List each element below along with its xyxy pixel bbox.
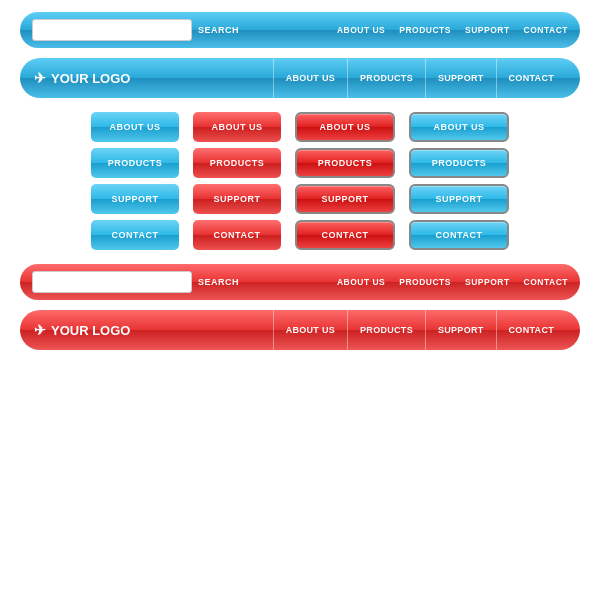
- search-area-2: SEARCH: [32, 271, 239, 293]
- search-label-1: SEARCH: [198, 25, 239, 35]
- search-input-1[interactable]: [32, 19, 192, 41]
- nav-link-support-2[interactable]: SUPPORT: [465, 277, 510, 287]
- nav-links-1: ABOUT US PRODUCTS SUPPORT CONTACT: [337, 25, 568, 35]
- col-bordered-red: ABOUT US PRODUCTS SUPPORT CONTACT: [295, 112, 395, 250]
- btn-bordered-red-about[interactable]: ABOUT US: [295, 112, 395, 142]
- nav-link-about-1[interactable]: ABOUT US: [337, 25, 385, 35]
- nav-link-products-1[interactable]: PRODUCTS: [399, 25, 451, 35]
- logo-1: ✈ YOUR LOGO: [34, 70, 130, 86]
- search-label-2: SEARCH: [198, 277, 239, 287]
- logo-text-1: YOUR LOGO: [51, 71, 130, 86]
- btn-flat-blue-contact[interactable]: CONTACT: [91, 220, 179, 250]
- btn-bordered-blue-products[interactable]: PRODUCTS: [409, 148, 509, 178]
- btn-flat-blue-about[interactable]: ABOUT US: [91, 112, 179, 142]
- logo-nav-links-2: ABOUT US PRODUCTS SUPPORT CONTACT: [273, 310, 566, 350]
- logo-nav-links-1: ABOUT US PRODUCTS SUPPORT CONTACT: [273, 58, 566, 98]
- btn-flat-red-support[interactable]: SUPPORT: [193, 184, 281, 214]
- btn-flat-red-contact[interactable]: CONTACT: [193, 220, 281, 250]
- btn-bordered-red-contact[interactable]: CONTACT: [295, 220, 395, 250]
- col-flat-blue: ABOUT US PRODUCTS SUPPORT CONTACT: [91, 112, 179, 250]
- nav-link-contact-1[interactable]: CONTACT: [524, 25, 568, 35]
- col-bordered-blue: ABOUT US PRODUCTS SUPPORT CONTACT: [409, 112, 509, 250]
- nav-link-support-1[interactable]: SUPPORT: [465, 25, 510, 35]
- search-input-2[interactable]: [32, 271, 192, 293]
- btn-flat-blue-products[interactable]: PRODUCTS: [91, 148, 179, 178]
- blue-search-nav: SEARCH ABOUT US PRODUCTS SUPPORT CONTACT: [20, 12, 580, 48]
- logo-nav-support-1[interactable]: SUPPORT: [425, 58, 496, 98]
- logo-nav-support-2[interactable]: SUPPORT: [425, 310, 496, 350]
- logo-nav-about-1[interactable]: ABOUT US: [273, 58, 347, 98]
- logo-icon-2: ✈: [34, 322, 46, 338]
- button-grid-section: ABOUT US PRODUCTS SUPPORT CONTACT ABOUT …: [20, 108, 580, 254]
- logo-text-2: YOUR LOGO: [51, 323, 130, 338]
- logo-nav-products-2[interactable]: PRODUCTS: [347, 310, 425, 350]
- btn-flat-blue-support[interactable]: SUPPORT: [91, 184, 179, 214]
- nav-link-about-2[interactable]: ABOUT US: [337, 277, 385, 287]
- btn-bordered-blue-support[interactable]: SUPPORT: [409, 184, 509, 214]
- logo-2: ✈ YOUR LOGO: [34, 322, 130, 338]
- logo-nav-products-1[interactable]: PRODUCTS: [347, 58, 425, 98]
- nav-link-contact-2[interactable]: CONTACT: [524, 277, 568, 287]
- logo-nav-contact-2[interactable]: CONTACT: [496, 310, 566, 350]
- nav-link-products-2[interactable]: PRODUCTS: [399, 277, 451, 287]
- btn-bordered-blue-about[interactable]: ABOUT US: [409, 112, 509, 142]
- logo-nav-about-2[interactable]: ABOUT US: [273, 310, 347, 350]
- red-search-nav: SEARCH ABOUT US PRODUCTS SUPPORT CONTACT: [20, 264, 580, 300]
- search-area-1: SEARCH: [32, 19, 239, 41]
- page-wrapper: SEARCH ABOUT US PRODUCTS SUPPORT CONTACT…: [0, 0, 600, 600]
- btn-bordered-red-support[interactable]: SUPPORT: [295, 184, 395, 214]
- logo-nav-contact-1[interactable]: CONTACT: [496, 58, 566, 98]
- btn-bordered-red-products[interactable]: PRODUCTS: [295, 148, 395, 178]
- btn-bordered-blue-contact[interactable]: CONTACT: [409, 220, 509, 250]
- red-logo-nav: ✈ YOUR LOGO ABOUT US PRODUCTS SUPPORT CO…: [20, 310, 580, 350]
- btn-flat-red-about[interactable]: ABOUT US: [193, 112, 281, 142]
- logo-icon-1: ✈: [34, 70, 46, 86]
- col-flat-red: ABOUT US PRODUCTS SUPPORT CONTACT: [193, 112, 281, 250]
- btn-flat-red-products[interactable]: PRODUCTS: [193, 148, 281, 178]
- blue-logo-nav: ✈ YOUR LOGO ABOUT US PRODUCTS SUPPORT CO…: [20, 58, 580, 98]
- nav-links-2: ABOUT US PRODUCTS SUPPORT CONTACT: [337, 277, 568, 287]
